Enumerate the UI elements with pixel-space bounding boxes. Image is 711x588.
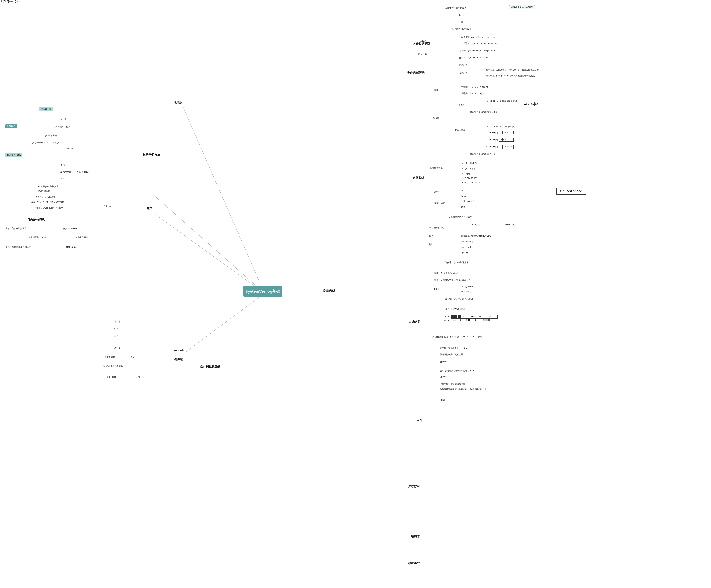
bit-label: bit (461, 21, 464, 23)
logic-label: logic (459, 14, 464, 17)
b-pack-decl: bit [3][8] b_pack 连续分存储空间 (486, 100, 517, 103)
design-inst-label: 设计例化和连接 (200, 365, 220, 369)
string-type: string (439, 399, 445, 401)
parallel-exec: 并行执行 (5, 124, 17, 128)
output-label: output (61, 177, 67, 180)
compact-decl: 紧缩声明：int array[8][4] (461, 92, 484, 95)
assign-op: 赋值 = (461, 206, 469, 209)
fifo-label: FIFO (434, 288, 439, 290)
full-decl: 完整声明：int array[0:7][0:3] (461, 86, 488, 89)
assoc-array-label: 关联数组 (408, 484, 420, 488)
delete-label: 删除 (429, 243, 433, 246)
dynamic-auto: 动态 automatic (63, 227, 78, 230)
connectors (0, 0, 711, 588)
typedef-enum: typedef (439, 375, 447, 378)
module-label: module (174, 349, 185, 352)
for-label: for (461, 189, 464, 192)
enum-desc: 通常用于规范化操作行和指令，enum (439, 369, 475, 372)
svg-line-4 (183, 293, 264, 354)
decl-label: 声明 (434, 89, 438, 92)
static-label: 静态 static (66, 246, 77, 249)
dtype-convert-label: 数据类型转换 (407, 70, 425, 75)
central-node: SystemVerilog基础 (243, 286, 282, 297)
pop-front: pop_front() (461, 291, 472, 293)
hardware-behavior: 描述硬件的行为 (56, 125, 70, 128)
int-to-enum: 整型不可直接赋值给枚举类型，必须进行类型转换 (439, 388, 487, 391)
copy-label: 复制 (429, 234, 433, 237)
local-scope: 局部：与所在域共生亡 (5, 227, 27, 230)
b-unpack-2: b_unpack[2] 7:6 5:4 3:2 1:0 (486, 145, 514, 149)
init-assign: 初始化和赋值 (430, 166, 443, 169)
b-unpack-1: b_unpack[1] 7:6 5:4 3:2 1:0 (486, 138, 514, 142)
event-wait: @event，wait event，#delay (35, 207, 63, 210)
hardware-domain-label: 硬件域 (174, 358, 183, 361)
inline-convert: 可内置转换语句 (28, 218, 45, 221)
init-on-declare: 声明时需进行初始化 (28, 236, 47, 239)
module-name: 模块名 (114, 347, 121, 350)
four-val: 四值逻辑: logic, integer, reg, net-type (461, 36, 496, 39)
decl-alloc: 声明并分配空间 (429, 226, 444, 229)
compare-label: 复制和比较 (434, 202, 445, 205)
return-optional: return 返回值可选 (38, 189, 55, 192)
param-pass: 参数化传递 (105, 356, 115, 359)
method-label: 方法 (147, 207, 152, 210)
int-a-init: int a[4] = '{0,1,2,3}; (461, 162, 479, 164)
dyn-new: dyn=new[5] (504, 224, 515, 226)
queue-label: 队列 (416, 418, 422, 422)
test-default: test= '{1,2,default:-1}; (461, 182, 481, 184)
fixed-array-label: 定宽数组 (413, 176, 424, 180)
function-label: 函数 function (77, 170, 89, 173)
default-type: 默认类型: logic (5, 153, 22, 157)
queue-assign: 赋值 无需分配空间，赋值无需单引号 (434, 278, 471, 281)
sign-class: 符号分类 (418, 53, 427, 56)
test-assign: test[0:2] = {5,6,7}; (461, 177, 478, 180)
vector-type: 可构建矢量(vector)类型 (509, 5, 535, 9)
connect-label: 连接 (136, 375, 140, 378)
port-name: 端口名 (114, 320, 121, 323)
dynamic-array-label: 动态数组 (409, 320, 421, 324)
svg-line-2 (155, 214, 264, 293)
module-interface-only: 只在module和interface中使用 (32, 141, 60, 144)
ref-param: ref 引用参数 数据变量 (38, 185, 59, 188)
copy-desc: 目标数组和源数组各分配有空间 (461, 234, 491, 237)
sensitivity-list: @ (敏感列表) (45, 134, 58, 137)
procedure-method-label: 过程块和方法 (143, 153, 160, 156)
builtin-data-label: 内建数据类型 (413, 42, 430, 46)
int-b-init: int b[4] = '{4{8}}; (461, 167, 476, 170)
always-label: always (66, 147, 73, 150)
equal-op: 比较 == 和 ! (461, 200, 474, 203)
foreach-label: foreach (461, 195, 468, 197)
inout-label: inout (61, 164, 65, 166)
struct-desc: 若干相关变量组合到一个struct (439, 347, 468, 350)
b-unpack-0: b_unpack[0] 7:6 5:4 3:2 1:0 (486, 130, 514, 134)
sim-resize: 仿真时灵活调节数组大小 (449, 215, 472, 218)
initial-label: initial (61, 118, 66, 121)
no-quote-init: 类似形式赋初值时无需单引号 (470, 111, 498, 114)
inst-port-match: 例化名和端口例化对应 (102, 365, 123, 368)
port-width: 位宽 (114, 327, 118, 330)
enum-to-int: 枚举类型可直接赋值给整型 (439, 383, 465, 386)
two-val: 二值逻辑: bit, byte, shortint, int, longint (461, 42, 497, 45)
kv-desc: 说明：key-value对应 (445, 308, 465, 311)
signed-types: 有符号: byte, shortint, int, longint, integ… (459, 49, 498, 52)
sparse-alloc: 只为实际写入的元素分配空间 (445, 298, 473, 301)
no-return: 无法通过return返回结果 (33, 196, 56, 199)
dyn-decl: int dyn[] (472, 224, 479, 226)
storage-label: 存储考量 (431, 116, 439, 119)
svg-line-1 (155, 197, 264, 293)
drive-load: drive，load (105, 375, 116, 378)
mind-map: SystemVerilog基础 并行执行 只执行一次 initial 描述硬件的… (0, 0, 711, 588)
procedural-block-label: 过程块 (173, 101, 182, 105)
queue-add-remove: 任何地方添加或删除元素 (445, 261, 469, 264)
assoc-decl: 声明 [类型] [位宽] 名称[类型] --> bit [ 63:0] asso… (432, 335, 481, 338)
int-test: int test[5]; (461, 172, 470, 175)
b-unpack-decl: bit [8] b_unpack [3] 非连续存储 (486, 125, 516, 128)
explicit-convert: 显式转换 (459, 71, 468, 75)
dyn-delete: dyn.delete(); (461, 240, 473, 243)
value-class: 值分类 (420, 39, 426, 42)
struct-new-type: 用新类型来声明更多变量 (439, 353, 463, 356)
sw-hw-design: 划分软件和硬件设计 (452, 28, 471, 31)
unused-space-box: Unused space (556, 188, 586, 194)
input-default: input (default) (59, 171, 72, 173)
implicit-convert: 隐式转换 (459, 63, 468, 66)
